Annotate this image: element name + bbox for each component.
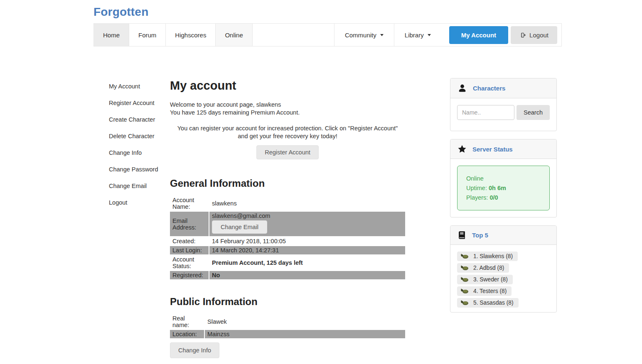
- created-value: 14 February 2018, 11:00:05: [209, 237, 405, 246]
- nav-item-highscores[interactable]: Highscores: [166, 24, 216, 46]
- characters-panel-title[interactable]: Characters: [473, 85, 505, 92]
- top5-item-2[interactable]: 2. Adbsd (8): [457, 263, 509, 273]
- menu-item-logout[interactable]: Logout: [109, 199, 170, 206]
- table-row: Real name: Slawek: [170, 314, 405, 330]
- character-name-input[interactable]: [457, 105, 514, 120]
- change-info-button[interactable]: Change Info: [170, 342, 219, 358]
- character-search-button[interactable]: Search: [517, 105, 550, 120]
- uptime-label: Uptime:: [466, 185, 489, 191]
- nav-dropdown-community-label: Community: [345, 32, 376, 39]
- table-row: Last Login: 14 March 2020, 14:27:31: [170, 246, 405, 255]
- top5-item-1[interactable]: 1. Slawkens (8): [457, 252, 518, 261]
- menu-item-register-account[interactable]: Register Account: [109, 100, 170, 106]
- sign-out-icon: [519, 32, 526, 38]
- location-value: Mainzss: [205, 330, 405, 339]
- page-container: Forgotten Home Forum Highscores Online C…: [93, 0, 562, 358]
- row-label: Registered:: [170, 271, 209, 280]
- nav-dropdown-library[interactable]: Library: [394, 24, 441, 46]
- menu-item-change-password[interactable]: Change Password: [109, 166, 170, 173]
- character-search: Search: [457, 105, 550, 124]
- main-column: My account Welcome to your account page,…: [170, 78, 405, 358]
- top5-item-label: 4. Testers (8): [473, 288, 507, 294]
- characters-panel: Characters Search: [450, 78, 557, 131]
- server-status-panel-title[interactable]: Server Status: [472, 146, 513, 153]
- account-name-value: slawkens: [209, 196, 405, 212]
- welcome-line2: You have 125 days remaining Premium Acco…: [170, 109, 300, 116]
- server-status-box: Online Uptime: 0h 6m Players: 0/0: [457, 166, 550, 210]
- page-title: My account: [170, 79, 405, 93]
- menu-item-create-character[interactable]: Create Character: [109, 116, 170, 123]
- table-row: Account Name: slawkens: [170, 196, 405, 212]
- creature-sprite-icon: [460, 253, 469, 259]
- table-row: Account Status: Premium Account, 125 day…: [170, 255, 405, 271]
- caret-down-icon: [428, 34, 431, 36]
- email-address-value: slawkens@gmail.com: [212, 213, 403, 219]
- players-value: 0/0: [489, 194, 498, 201]
- top5-panel-body: 1. Slawkens (8) 2. Adbsd (8) 3. Sweder (…: [450, 245, 556, 312]
- top5-item-label: 3. Sweder (8): [473, 276, 508, 283]
- nav-item-forum[interactable]: Forum: [129, 24, 166, 46]
- server-uptime: Uptime: 0h 6m: [466, 185, 541, 191]
- row-label: Created:: [170, 237, 209, 246]
- account-menu: My Account Register Account Create Chara…: [93, 78, 170, 216]
- logout-button[interactable]: Logout: [511, 26, 557, 44]
- menu-item-my-account[interactable]: My Account: [109, 83, 170, 90]
- row-label: Email Address:: [170, 212, 209, 237]
- server-status-online: Online: [466, 175, 541, 182]
- server-status-panel-body: Online Uptime: 0h 6m Players: 0/0: [450, 159, 556, 217]
- change-email-button[interactable]: Change Email: [212, 220, 267, 234]
- players-label: Players:: [466, 194, 489, 201]
- row-label: Account Status:: [170, 255, 209, 271]
- content-area: My Account Register Account Create Chara…: [93, 78, 562, 358]
- change-info-wrap: Change Info: [170, 342, 405, 358]
- row-label: Real name:: [170, 314, 205, 330]
- caret-down-icon: [380, 34, 384, 36]
- last-login-value: 14 March 2020, 14:27:31: [209, 246, 405, 255]
- top5-item-label: 2. Adbsd (8): [473, 265, 504, 271]
- right-sidebar: Characters Search Server Status: [450, 78, 557, 320]
- menu-item-change-info[interactable]: Change Info: [109, 149, 170, 156]
- logout-button-label: Logout: [529, 32, 549, 39]
- nav-item-home[interactable]: Home: [94, 24, 129, 46]
- nav-item-online[interactable]: Online: [216, 24, 252, 46]
- top5-item-label: 1. Slawkens (8): [473, 253, 513, 259]
- characters-panel-header: Characters: [450, 78, 556, 98]
- menu-item-delete-character[interactable]: Delete Character: [109, 133, 170, 139]
- top5-item-label: 5. Sasasdas (8): [473, 300, 514, 306]
- row-label: Account Name:: [170, 196, 209, 212]
- email-address-cell: slawkens@gmail.com Change Email: [209, 212, 405, 237]
- welcome-line1: Welcome to your account page, slawkens: [170, 101, 281, 108]
- book-icon: [458, 231, 466, 239]
- real-name-value: Slawek: [205, 314, 405, 330]
- top5-panel-header: Top 5: [450, 226, 556, 245]
- menu-item-change-email[interactable]: Change Email: [109, 183, 170, 189]
- top5-item-5[interactable]: 5. Sasasdas (8): [457, 298, 519, 308]
- server-status-panel-header: Server Status: [450, 139, 556, 159]
- main-navbar: Home Forum Highscores Online Community L…: [93, 23, 562, 46]
- table-row: Registered: No: [170, 271, 405, 280]
- star-icon: [458, 144, 467, 154]
- general-information-title: General Information: [170, 178, 405, 189]
- uptime-value: 0h 6m: [489, 185, 506, 191]
- nav-dropdown-community[interactable]: Community: [334, 24, 394, 46]
- account-status-value: Premium Account, 125 days left: [209, 255, 405, 271]
- register-note: You can register your account for increa…: [174, 125, 401, 140]
- navbar-buttons: My Account Logout: [441, 24, 561, 46]
- table-row: Location: Mainzss: [170, 330, 405, 339]
- server-players: Players: 0/0: [466, 194, 541, 201]
- public-information-title: Public Information: [170, 296, 405, 308]
- my-account-button[interactable]: My Account: [449, 26, 508, 44]
- welcome-text: Welcome to your account page, slawkens Y…: [170, 101, 405, 117]
- general-information-table: Account Name: slawkens Email Address: sl…: [170, 196, 405, 280]
- row-label: Location:: [170, 330, 205, 339]
- top5-panel: Top 5 1. Slawkens (8) 2. Adbsd (8) 3. Sw…: [450, 225, 557, 313]
- register-account-button[interactable]: Register Account: [256, 145, 319, 159]
- creature-sprite-icon: [460, 288, 469, 294]
- top5-item-4[interactable]: 4. Testers (8): [457, 286, 512, 296]
- registered-value: No: [209, 271, 405, 280]
- server-status-panel: Server Status Online Uptime: 0h 6m Playe…: [450, 139, 557, 217]
- site-logo[interactable]: Forgotten: [93, 5, 562, 19]
- top5-item-3[interactable]: 3. Sweder (8): [457, 275, 513, 284]
- user-icon: [458, 83, 467, 93]
- top5-panel-title[interactable]: Top 5: [472, 232, 488, 239]
